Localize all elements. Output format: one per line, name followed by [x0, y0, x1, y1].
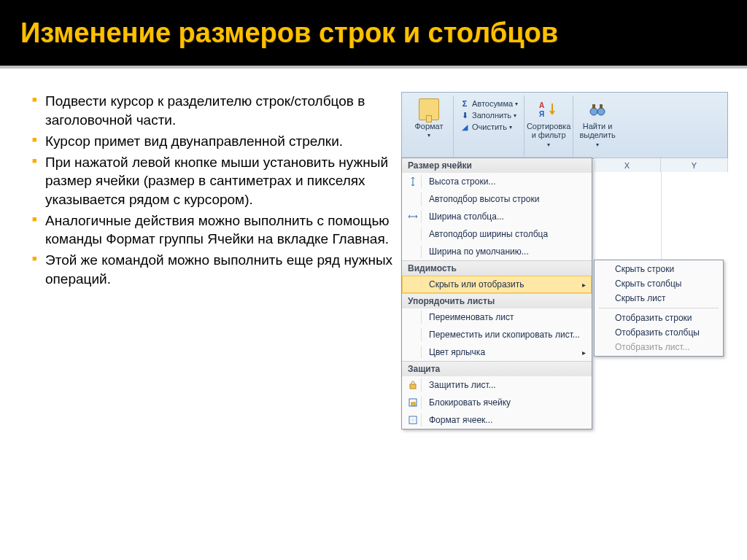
bullet-item: При нажатой левой кнопке мыши установить…: [25, 153, 395, 209]
fill-button[interactable]: ⬇ Заполнить ▾: [460, 110, 518, 120]
menu-move-copy-sheet[interactable]: Переместить или скопировать лист...: [402, 326, 592, 343]
excel-screenshot: Формат ▾ Σ Автосумма ▾ ⬇ Заполнить ▾: [401, 92, 728, 291]
sort-label: Сортировка и фильтр: [527, 122, 570, 139]
chevron-down-icon: ▾: [547, 141, 550, 148]
blank-icon: [405, 346, 422, 359]
chevron-right-icon: ▸: [582, 349, 586, 357]
menu-lock-cell[interactable]: Блокировать ячейку: [402, 394, 592, 411]
submenu-hide-rows[interactable]: Скрыть строки: [595, 262, 723, 276]
fill-label: Заполнить: [472, 111, 511, 120]
menu-default-width[interactable]: Ширина по умолчанию...: [402, 243, 592, 260]
svg-rect-4: [592, 104, 595, 109]
col-width-icon: [405, 210, 422, 223]
fill-down-icon: ⬇: [460, 110, 470, 120]
menu-label: Высота строки...: [429, 176, 495, 187]
blank-icon: [405, 245, 422, 258]
svg-rect-6: [410, 384, 416, 389]
submenu-show-sheet: Отобразить лист...: [595, 340, 723, 354]
blank-icon: [405, 328, 422, 341]
menu-label: Ширина по умолчанию...: [429, 246, 529, 257]
menu-col-width[interactable]: Ширина столбца...: [402, 208, 592, 225]
bullet-item: Этой же командой можно выполнить еще ряд…: [25, 251, 395, 288]
chevron-down-icon: ▾: [427, 132, 430, 139]
sigma-icon: Σ: [460, 98, 470, 109]
submenu-show-rows[interactable]: Отобразить строки: [595, 311, 723, 325]
row-height-icon: [405, 175, 422, 188]
format-label: Формат: [414, 122, 443, 131]
ribbon-group-sort: AЯ Сортировка и фильтр ▾: [525, 96, 573, 157]
binoculars-icon: [587, 98, 608, 120]
title-bar: Изменение размеров строк и столбцов: [0, 0, 747, 69]
ribbon-group-find: Найти и выделить ▾: [573, 96, 622, 157]
slide-title: Изменение размеров строк и столбцов: [20, 16, 727, 50]
menu-section-protection: Защита: [402, 361, 592, 376]
format-cells-icon: [405, 413, 422, 427]
menu-label: Скрыть или отобразить: [429, 279, 525, 289]
lock-cell-icon: [405, 396, 422, 409]
clear-label: Очистить: [472, 122, 507, 131]
menu-tab-color[interactable]: Цвет ярлычка ▸: [402, 343, 592, 361]
svg-rect-5: [600, 104, 603, 109]
menu-separator: [599, 308, 719, 308]
col-header[interactable]: Y: [661, 158, 728, 173]
menu-label: Цвет ярлычка: [429, 347, 485, 357]
menu-autofit-row[interactable]: Автоподбор высоты строки: [402, 190, 592, 208]
menu-label: Формат ячеек...: [429, 415, 492, 425]
clear-button[interactable]: ◢ Очистить ▾: [460, 122, 518, 132]
chevron-down-icon: ▾: [514, 112, 516, 119]
autosum-button[interactable]: Σ Автосумма ▾: [460, 98, 518, 109]
format-dropdown: Размер ячейки Высота строки... Автоподбо…: [401, 158, 592, 429]
menu-section-cell-size: Размер ячейки: [402, 158, 592, 173]
submenu-hide-sheet[interactable]: Скрыть лист: [595, 291, 723, 306]
svg-text:A: A: [539, 101, 544, 109]
ribbon-group-cells: Формат ▾: [405, 96, 454, 157]
col-header[interactable]: X: [594, 158, 661, 173]
menu-label: Переименовать лист: [429, 312, 514, 322]
menu-label: Блокировать ячейку: [429, 397, 511, 408]
svg-point-3: [597, 108, 605, 115]
svg-rect-8: [411, 402, 415, 405]
blank-icon: [405, 311, 422, 324]
hide-show-submenu: Скрыть строки Скрыть столбцы Скрыть лист…: [594, 260, 724, 357]
menu-label: Автоподбор ширины столбца: [429, 229, 548, 239]
bullet-item: Курсор примет вид двунаправленной стрелк…: [25, 132, 395, 150]
bullet-item: Аналогичные действия можно выполнить с п…: [25, 211, 395, 249]
menu-label: Ширина столбца...: [429, 211, 504, 222]
menu-rename-sheet[interactable]: Переименовать лист: [402, 308, 592, 326]
bullet-list: Подвести курсор к разделителю строк/стол…: [25, 92, 395, 291]
lock-icon: [405, 378, 422, 392]
ribbon-group-editing-left: Σ Автосумма ▾ ⬇ Заполнить ▾ ◢ Очистить ▾: [454, 96, 525, 157]
format-button[interactable]: Формат ▾: [408, 97, 450, 139]
blank-icon: [405, 192, 422, 206]
menu-label: Автоподбор высоты строки: [429, 194, 539, 204]
submenu-show-cols[interactable]: Отобразить столбцы: [595, 325, 723, 340]
eraser-icon: ◢: [460, 122, 470, 132]
autosum-label: Автосумма: [472, 99, 513, 108]
menu-protect-sheet[interactable]: Защитить лист...: [402, 376, 592, 394]
menu-label: Защитить лист...: [429, 380, 496, 390]
find-label: Найти и выделить: [579, 122, 616, 139]
chevron-down-icon: ▾: [596, 141, 599, 148]
menu-label: Переместить или скопировать лист...: [429, 330, 580, 340]
menu-section-organize: Упорядочить листы: [402, 293, 592, 308]
blank-icon: [405, 228, 422, 241]
menu-autofit-col[interactable]: Автоподбор ширины столбца: [402, 225, 592, 243]
svg-point-2: [590, 108, 597, 115]
svg-text:Я: Я: [539, 110, 544, 118]
menu-format-cells[interactable]: Формат ячеек...: [402, 411, 592, 429]
ribbon: Формат ▾ Σ Автосумма ▾ ⬇ Заполнить ▾: [401, 92, 728, 159]
submenu-hide-cols[interactable]: Скрыть столбцы: [595, 276, 723, 291]
chevron-down-icon: ▾: [509, 124, 512, 131]
bullet-item: Подвести курсор к разделителю строк/стол…: [25, 92, 395, 129]
menu-row-height[interactable]: Высота строки...: [402, 173, 592, 190]
worksheet-column-headers: X Y: [594, 158, 728, 174]
menu-hide-show[interactable]: Скрыть или отобразить ▸: [402, 276, 592, 293]
sort-filter-button[interactable]: AЯ Сортировка и фильтр ▾: [527, 97, 570, 147]
chevron-right-icon: ▸: [582, 281, 586, 289]
format-icon: [418, 98, 440, 120]
chevron-down-icon: ▾: [515, 101, 518, 107]
blank-icon: [405, 278, 422, 291]
slide-body: Подвести курсор к разделителю строк/стол…: [0, 69, 747, 291]
find-select-button[interactable]: Найти и выделить ▾: [576, 97, 619, 147]
sort-icon: AЯ: [538, 98, 560, 120]
